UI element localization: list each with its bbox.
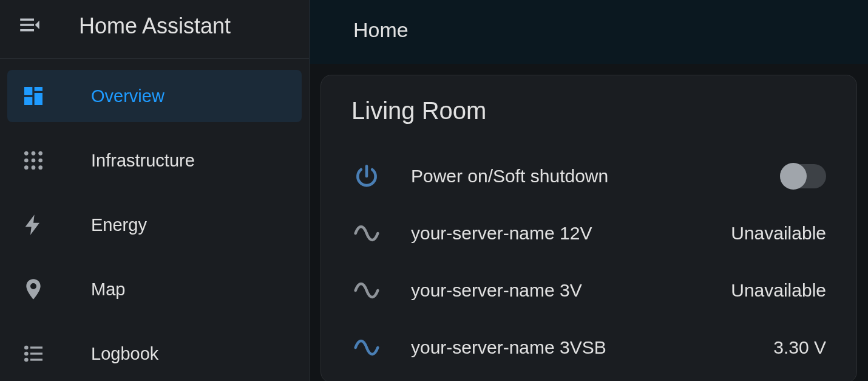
entity-label: your-server-name 3V xyxy=(411,280,702,301)
entity-row-12v[interactable]: your-server-name 12V Unavailable xyxy=(351,205,826,262)
entity-value: Unavailable xyxy=(731,223,826,244)
main-panel: Home Living Room Power on/Soft shutdown … xyxy=(310,0,868,381)
svg-point-4 xyxy=(32,159,36,163)
grid-icon xyxy=(21,148,46,173)
svg-point-11 xyxy=(24,352,29,356)
entity-row-3v[interactable]: your-server-name 3V Unavailable xyxy=(351,262,826,319)
svg-rect-10 xyxy=(30,346,42,348)
svg-point-1 xyxy=(32,151,36,156)
sidebar-item-label: Overview xyxy=(91,86,164,106)
sidebar-header: Home Assistant xyxy=(0,0,309,59)
svg-point-2 xyxy=(38,151,42,156)
svg-point-3 xyxy=(24,159,29,163)
svg-rect-14 xyxy=(30,359,42,360)
sine-icon xyxy=(351,218,382,249)
sidebar-nav: Overview Infrastructure Energy Map Logbo xyxy=(0,59,309,381)
svg-point-0 xyxy=(24,151,29,156)
sidebar-item-infrastructure[interactable]: Infrastructure xyxy=(7,134,302,187)
map-pin-icon xyxy=(21,276,46,302)
svg-point-5 xyxy=(38,159,42,163)
bolt-icon xyxy=(21,212,46,238)
svg-point-9 xyxy=(24,346,29,350)
entity-label: Power on/Soft shutdown xyxy=(411,166,751,187)
sidebar: Home Assistant Overview Infrastructure E… xyxy=(0,0,310,381)
list-icon xyxy=(21,341,46,366)
svg-point-8 xyxy=(38,165,42,170)
entity-row-3vsb[interactable]: your-server-name 3VSB 3.30 V xyxy=(351,319,826,376)
menu-collapse-icon[interactable] xyxy=(17,12,42,40)
entity-value: Unavailable xyxy=(731,280,826,301)
power-icon xyxy=(351,161,382,191)
topbar: Home xyxy=(310,0,868,64)
sidebar-item-label: Energy xyxy=(91,215,147,235)
sidebar-item-map[interactable]: Map xyxy=(7,263,302,315)
sidebar-item-overview[interactable]: Overview xyxy=(7,70,302,122)
sine-icon xyxy=(351,332,382,363)
sine-icon xyxy=(351,275,382,306)
toggle-knob xyxy=(780,163,807,190)
dashboard-icon xyxy=(21,83,46,109)
entity-label: your-server-name 3VSB xyxy=(411,337,744,358)
sidebar-item-energy[interactable]: Energy xyxy=(7,199,302,251)
content-area: Living Room Power on/Soft shutdown your-… xyxy=(310,64,868,381)
living-room-card: Living Room Power on/Soft shutdown your-… xyxy=(320,75,857,381)
svg-point-6 xyxy=(24,165,29,170)
entity-value: 3.30 V xyxy=(773,337,826,358)
card-title: Living Room xyxy=(351,97,826,125)
page-title: Home xyxy=(353,18,824,42)
sidebar-item-logbook[interactable]: Logbook xyxy=(7,328,302,380)
power-toggle[interactable] xyxy=(780,164,826,188)
svg-point-7 xyxy=(32,165,36,170)
svg-point-13 xyxy=(24,358,29,362)
entity-label: your-server-name 12V xyxy=(411,223,702,244)
svg-rect-12 xyxy=(30,352,42,354)
sidebar-item-label: Map xyxy=(91,280,125,300)
entity-row-power[interactable]: Power on/Soft shutdown xyxy=(351,148,826,205)
sidebar-item-label: Logbook xyxy=(91,344,158,364)
app-title: Home Assistant xyxy=(79,13,231,39)
sidebar-item-label: Infrastructure xyxy=(91,151,195,171)
